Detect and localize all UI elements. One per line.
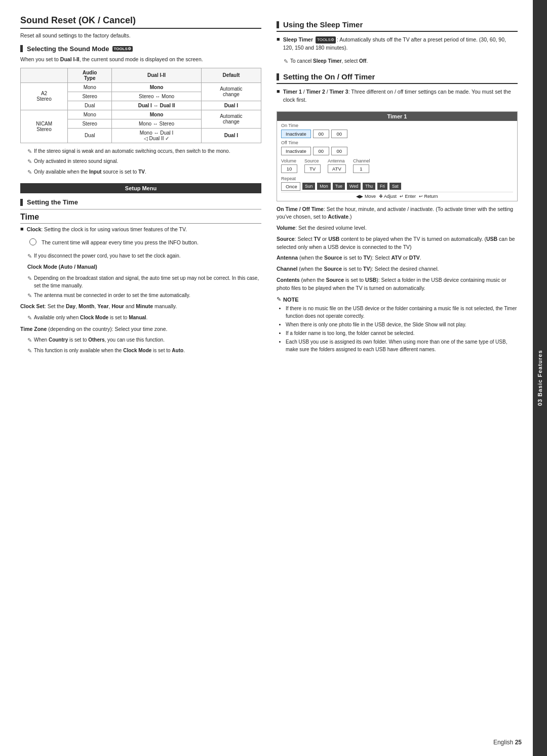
time-zone-note-1: ✎ When Country is set to Others, you can… xyxy=(27,336,261,345)
note-item-3: If a folder name is too long, the folder… xyxy=(286,329,518,337)
setting-time-subtitle: Setting the Time xyxy=(20,198,261,206)
source-desc: Source: Select TV or USB content to be p… xyxy=(277,235,518,251)
table-row: NICAMStereo Mono Mono Automaticchange xyxy=(21,110,261,119)
table-header-col0 xyxy=(21,68,68,82)
nav-adjust: ❖ Adjust xyxy=(379,194,397,199)
table-cell-nicam: NICAMStereo xyxy=(21,110,68,143)
channel-col: Channel 1 xyxy=(353,158,370,173)
setup-menu-bar: Setup Menu xyxy=(20,183,261,193)
nav-enter: ↵ Enter xyxy=(400,194,416,199)
volume-label: Volume xyxy=(281,158,297,163)
setting-time-section: Setting the Time Time ■ Clock: Setting t… xyxy=(20,198,261,355)
clock-disconnect-note: ✎ If you disconnect the power cord, you … xyxy=(27,252,261,261)
selecting-sound-mode-section: Selecting the Sound Mode TOOLS⚙ When you… xyxy=(20,45,261,176)
clock-set-note: ✎ Available only when Clock Mode is set … xyxy=(27,314,261,322)
clock-mode-note-1: ✎ Depending on the broadcast station and… xyxy=(27,274,261,289)
timer1-title: Timer 1 xyxy=(277,112,517,121)
table-cell-nicam-automatic: Automaticchange xyxy=(201,110,261,128)
page-container: Sound Reset (OK / Cancel) Reset all soun… xyxy=(0,0,547,756)
time-zone-text: Time Zone (depending on the country): Se… xyxy=(20,325,261,333)
day-wed[interactable]: Wed xyxy=(347,183,361,190)
note-list: If there is no music file on the USB dev… xyxy=(286,305,518,353)
antenna-val[interactable]: ATV xyxy=(328,164,346,173)
table-header-dual: Dual I-II xyxy=(112,68,201,82)
section-bar-ontimer xyxy=(277,73,279,80)
repeat-once[interactable]: Once xyxy=(281,182,300,191)
timer1-grid: On Time Inactivate 00 00 Off Time Inacti… xyxy=(277,121,517,201)
repeat-label: Repeat xyxy=(281,176,513,181)
time-zone-note-2: ✎ This function is only available when t… xyxy=(27,347,261,355)
sound-note-1: ✎ If the stereo signal is weak and an au… xyxy=(27,147,261,156)
off-time-label: Off Time xyxy=(281,140,513,145)
table-cell-stereo-mono: Stereo ↔ Mono xyxy=(112,92,201,101)
pencil-icon-sleep: ✎ xyxy=(284,57,288,66)
sound-note-2: ✎ Only activated in stereo sound signal. xyxy=(27,157,261,166)
on-off-timer-subtitle: Setting the On / Off Timer xyxy=(277,72,518,84)
section-bar-icon xyxy=(20,45,23,52)
sidebar-tab: 03 Basic Features xyxy=(533,0,547,756)
volume-val[interactable]: 10 xyxy=(281,164,297,173)
table-cell-a2stereo: A2Stereo xyxy=(21,82,68,110)
note-section: ✎ NOTE If there is no music file on the … xyxy=(277,296,518,353)
nav-return: ↩ Return xyxy=(419,194,438,199)
clock-row: ■ Clock: Setting the clock is for using … xyxy=(20,226,261,237)
antenna-col: Antenna ATV xyxy=(328,158,346,173)
clock-info-row: The current time will appear every time … xyxy=(29,239,261,250)
day-mon[interactable]: Mon xyxy=(317,183,331,190)
table-row: A2Stereo Mono Mono Automaticchange xyxy=(21,82,261,92)
table-cell-nicam-dual: Dual xyxy=(68,128,112,143)
section-bar-sleep xyxy=(277,21,279,28)
on-off-time-desc: On Time / Off Time: Set the hour, minute… xyxy=(277,205,518,222)
table-cell-dual-i-ii: Dual I ↔ Dual II xyxy=(112,101,201,110)
square-bullet: ■ xyxy=(20,226,24,237)
day-sat[interactable]: Sat xyxy=(389,183,401,190)
day-sun[interactable]: Sun xyxy=(302,183,315,190)
table-cell-nicam-dual-i: Dual I xyxy=(201,128,261,143)
timer-body: Timer 1 / Timer 2 / Timer 3: Three diffe… xyxy=(283,88,518,104)
off-time-hour[interactable]: 00 xyxy=(313,147,329,155)
day-thu[interactable]: Thu xyxy=(363,183,375,190)
on-time-inactivate[interactable]: Inactivate xyxy=(281,130,311,138)
tools-badge: TOOLS⚙ xyxy=(112,46,133,52)
volume-desc: Volume: Set the desired volume level. xyxy=(277,224,518,232)
table-cell-nicam-mono-dual: Mono xyxy=(112,110,201,119)
pencil-note-icon: ✎ xyxy=(277,296,281,303)
channel-desc: Channel (when the Source is set to TV): … xyxy=(277,265,518,273)
timer1-nav-bar: ◀▶ Move ❖ Adjust ↵ Enter ↩ Return xyxy=(281,192,513,199)
sleep-timer-section: Using the Sleep Timer ■ Sleep Timer TOOL… xyxy=(277,20,518,65)
off-time-min[interactable]: 00 xyxy=(331,147,347,155)
source-col: Source TV xyxy=(304,158,321,173)
sleep-timer-subtitle: Using the Sleep Timer xyxy=(277,20,518,32)
day-fri[interactable]: Fri xyxy=(377,183,387,190)
on-time-min[interactable]: 00 xyxy=(331,130,347,138)
table-cell-mono-dual-i: Mono ↔ Dual I◁ Dual II ✓ xyxy=(112,128,201,143)
source-val[interactable]: TV xyxy=(304,164,321,173)
table-header-default: Default xyxy=(201,68,261,82)
channel-label: Channel xyxy=(353,158,370,163)
channel-val[interactable]: 1 xyxy=(353,164,369,173)
day-tue[interactable]: Tue xyxy=(333,183,345,190)
clock-mode-title: Clock Mode (Auto / Manual) xyxy=(27,263,261,271)
note-item-1: If there is no music file on the USB dev… xyxy=(286,305,518,320)
timer1-off-time-row: Inactivate 00 00 xyxy=(281,147,513,155)
sleep-timer-cancel-note: ✎ To cancel Sleep Timer, select Off. xyxy=(284,57,518,66)
sound-reset-description: Reset all sound settings to the factory … xyxy=(20,32,261,40)
table-cell-mono-stereo: Mono ↔ Stereo xyxy=(112,119,201,128)
time-title: Time xyxy=(20,213,261,224)
sound-note-3: ✎ Only available when the Input source i… xyxy=(27,168,261,177)
pencil-icon-4: ✎ xyxy=(27,252,32,261)
sound-reset-section: Sound Reset (OK / Cancel) Reset all soun… xyxy=(20,15,261,40)
pencil-icon-8: ✎ xyxy=(27,336,32,345)
off-time-inactivate[interactable]: Inactivate xyxy=(281,147,311,155)
table-cell-mono: Mono xyxy=(68,82,112,92)
on-time-hour[interactable]: 00 xyxy=(313,130,329,138)
table-cell-mono-dual: Mono xyxy=(112,82,201,92)
pencil-icon-2: ✎ xyxy=(27,157,32,166)
source-label: Source xyxy=(304,158,321,163)
volume-col: Volume 10 xyxy=(281,158,297,173)
sound-mode-table: AudioType Dual I-II Default A2Stereo Mon… xyxy=(20,68,261,143)
antenna-label: Antenna xyxy=(328,158,346,163)
right-column: Using the Sleep Timer ■ Sleep Timer TOOL… xyxy=(277,15,518,741)
sleep-timer-body: Sleep Timer TOOLS⚙: Automatically shuts … xyxy=(283,36,518,52)
square-bullet-sleep: ■ xyxy=(277,36,280,55)
